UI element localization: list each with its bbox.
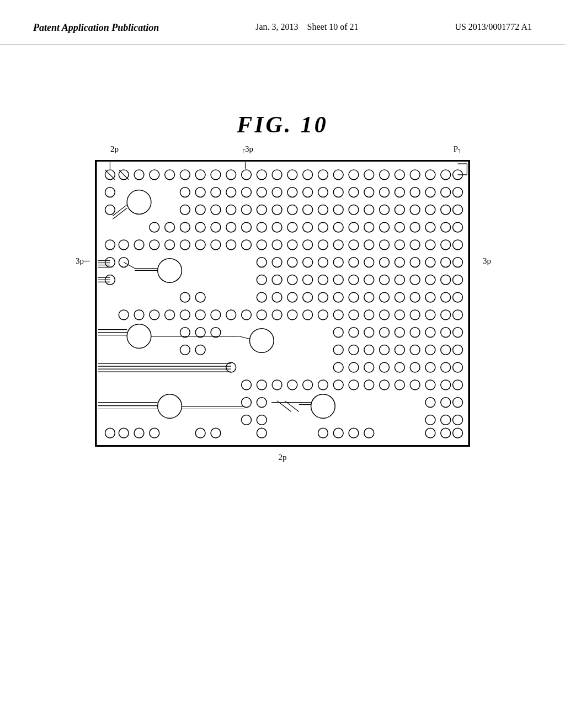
label-3p-top: ╭3p (241, 144, 253, 154)
circuit-diagram (95, 160, 470, 447)
label-2p-top: 2p (110, 144, 119, 154)
patent-number: US 2013/0001772 A1 (455, 22, 532, 32)
label-2p-bottom: 2p (279, 453, 287, 462)
diagram-container: 2p ╭3p P╮ 3p─ 3p 2p (0, 160, 565, 447)
label-3p-right: 3p (483, 256, 491, 266)
publication-date: Jan. 3, 2013 Sheet 10 of 21 (255, 22, 358, 32)
label-P-top: P╮ (454, 144, 462, 154)
label-3p-left: 3p─ (76, 256, 90, 266)
figure-title: FIG. 10 (0, 111, 565, 138)
page-header: Patent Application Publication Jan. 3, 2… (0, 0, 565, 45)
publication-title: Patent Application Publication (33, 22, 159, 34)
svg-rect-0 (97, 161, 469, 446)
diagram-wrapper: 2p ╭3p P╮ 3p─ 3p 2p (95, 160, 470, 447)
